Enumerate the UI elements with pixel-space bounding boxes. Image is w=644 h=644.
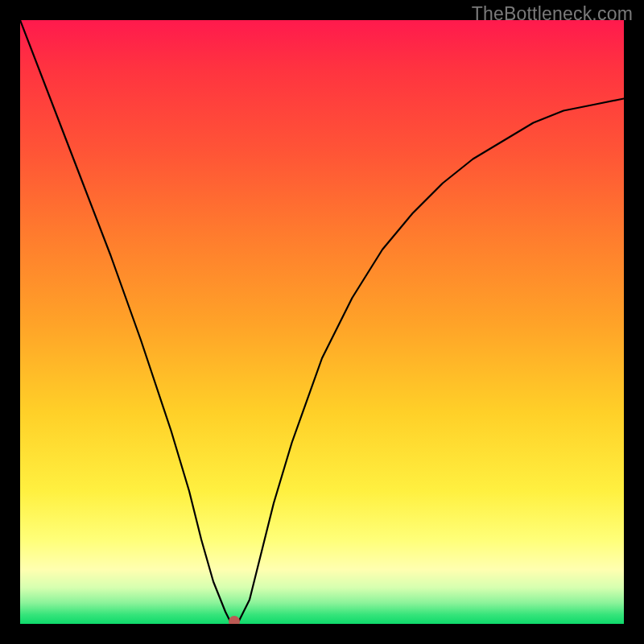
chart-frame: TheBottleneck.com bbox=[0, 0, 644, 644]
watermark-text: TheBottleneck.com bbox=[472, 3, 633, 25]
curve-path bbox=[20, 20, 624, 624]
minimum-marker bbox=[229, 616, 240, 624]
plot-area bbox=[20, 20, 624, 624]
bottleneck-curve bbox=[20, 20, 624, 624]
